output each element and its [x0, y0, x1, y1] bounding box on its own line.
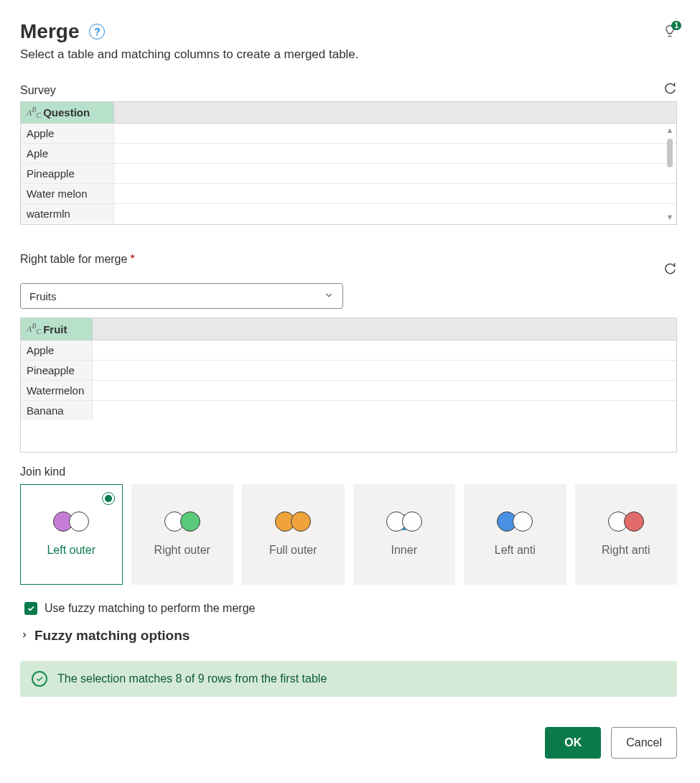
venn-icon: [53, 511, 89, 533]
chevron-right-icon: [20, 629, 29, 641]
cell: Pineapple: [21, 164, 114, 183]
selected-radio-icon: [102, 492, 115, 505]
right-column-header[interactable]: ABC Fruit: [21, 318, 93, 339]
venn-icon: [497, 511, 533, 533]
required-indicator: *: [130, 253, 134, 266]
ok-button[interactable]: OK: [545, 727, 601, 759]
scrollbar[interactable]: ▲ ▼: [665, 126, 675, 221]
left-column-header[interactable]: ABC Question: [21, 102, 114, 123]
fuzzy-options-expander[interactable]: Fuzzy matching options: [20, 628, 677, 644]
left-column-name: Question: [43, 106, 90, 119]
right-table-dropdown[interactable]: Fruits: [20, 283, 343, 309]
table-row[interactable]: Watermelon: [21, 381, 676, 401]
text-type-icon: ABC: [27, 106, 41, 119]
join-tile-label: Right anti: [602, 543, 650, 557]
join-tile-full-outer[interactable]: Full outer: [242, 484, 345, 585]
join-tile-left-anti[interactable]: Left anti: [464, 484, 566, 585]
fuzzy-options-label: Fuzzy matching options: [34, 628, 190, 644]
ideas-button[interactable]: 1: [663, 24, 677, 40]
table-row[interactable]: Pineapple: [21, 361, 676, 381]
cell-spacer: [114, 144, 676, 163]
table-row[interactable]: watermln: [21, 204, 676, 223]
cell-spacer: [114, 184, 676, 203]
chevron-down-icon: [324, 290, 334, 302]
text-type-icon: ABC: [27, 322, 41, 335]
join-kind-label: Join kind: [20, 465, 677, 478]
join-tile-right-anti[interactable]: Right anti: [575, 484, 678, 585]
join-tile-label: Right outer: [154, 543, 210, 557]
cell-spacer: [93, 381, 676, 400]
refresh-icon: [663, 80, 677, 95]
join-tile-right-outer[interactable]: Right outer: [131, 484, 234, 585]
cell: watermln: [21, 204, 114, 223]
cell: Banana: [21, 401, 93, 420]
join-tile-left-outer[interactable]: Left outer: [20, 484, 123, 585]
right-table-label: Right table for merge: [20, 253, 127, 266]
table-row[interactable]: Apple: [21, 124, 676, 144]
cell-spacer: [114, 204, 676, 223]
dialog-subtitle: Select a table and matching columns to c…: [20, 47, 677, 62]
grid-header-spacer: [93, 318, 676, 339]
join-tile-label: Left outer: [47, 543, 95, 557]
cell: Apple: [21, 340, 93, 360]
table-row[interactable]: Banana: [21, 401, 676, 420]
right-table-grid[interactable]: ABC Fruit ApplePineappleWatermelonBanana: [20, 318, 677, 452]
right-column-name: Fruit: [43, 323, 67, 335]
match-status-text: The selection matches 8 of 9 rows from t…: [57, 672, 327, 685]
match-status-bar: The selection matches 8 of 9 rows from t…: [20, 661, 677, 697]
refresh-right-button[interactable]: [663, 261, 677, 277]
cell-spacer: [114, 124, 676, 143]
scroll-up-icon[interactable]: ▲: [666, 126, 674, 134]
cell-spacer: [93, 401, 676, 420]
venn-icon: [608, 511, 644, 533]
table-row[interactable]: Pineapple: [21, 164, 676, 184]
cell: Watermelon: [21, 381, 93, 400]
cell: Aple: [21, 144, 114, 163]
cell-spacer: [93, 361, 676, 380]
help-icon[interactable]: ?: [89, 24, 105, 40]
venn-icon: [275, 511, 311, 533]
scroll-thumb[interactable]: [667, 139, 673, 167]
join-tile-label: Left anti: [495, 543, 536, 557]
table-row[interactable]: Aple: [21, 144, 676, 164]
dialog-title: Merge: [20, 20, 79, 43]
venn-icon: [164, 511, 200, 533]
fuzzy-checkbox[interactable]: [24, 602, 37, 615]
table-row[interactable]: Water melon: [21, 184, 676, 204]
cell: Water melon: [21, 184, 114, 203]
refresh-icon: [663, 261, 677, 275]
left-table-grid[interactable]: ABC Question ▲ ▼ AppleAplePineappleWater…: [20, 101, 677, 225]
refresh-left-button[interactable]: [663, 80, 677, 97]
right-table-selected: Fruits: [29, 290, 57, 302]
checkmark-icon: [27, 604, 35, 613]
cell: Apple: [21, 124, 114, 143]
join-tile-label: Full outer: [269, 543, 317, 557]
cell-spacer: [114, 164, 676, 183]
venn-icon: [386, 511, 422, 533]
join-tile-label: Inner: [391, 543, 417, 557]
grid-header-spacer: [114, 102, 676, 123]
cell-spacer: [93, 340, 676, 360]
scroll-down-icon[interactable]: ▼: [666, 213, 674, 221]
ideas-badge: 1: [671, 21, 681, 30]
cancel-button[interactable]: Cancel: [611, 727, 677, 759]
join-tile-inner[interactable]: Inner: [353, 484, 456, 585]
success-icon: [32, 671, 47, 687]
table-row[interactable]: Apple: [21, 340, 676, 361]
left-table-name: Survey: [20, 84, 56, 97]
fuzzy-checkbox-label: Use fuzzy matching to perform the merge: [45, 602, 255, 615]
cell: Pineapple: [21, 361, 93, 380]
